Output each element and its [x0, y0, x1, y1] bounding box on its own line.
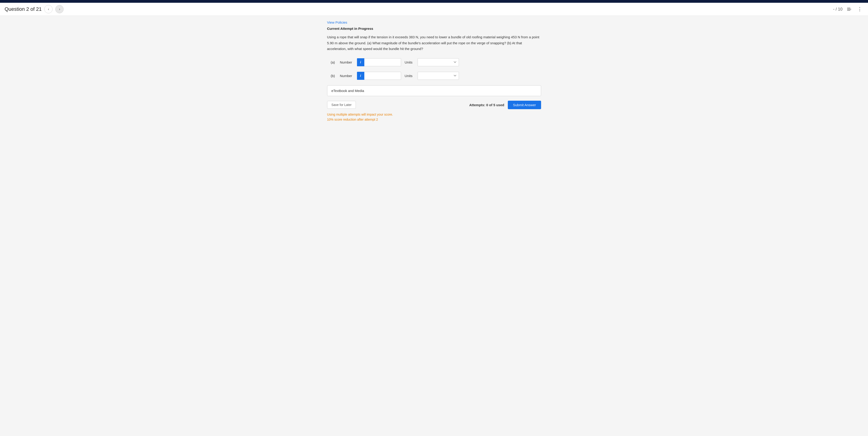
more-dots-icon: ⋮ [857, 6, 863, 12]
score-display: - / 10 [833, 7, 842, 12]
part-a-number-input[interactable] [364, 58, 401, 66]
next-button[interactable]: › [55, 5, 64, 13]
attempts-text: Attempts: 0 of 5 used [469, 103, 504, 107]
part-a-info-button[interactable]: i [357, 58, 364, 66]
question-title: Question 2 of 21 [5, 6, 41, 12]
part-a-units-label: Units [405, 60, 414, 64]
main-content: View Policies Current Attempt in Progres… [322, 16, 547, 127]
list-icon [847, 8, 852, 10]
list-icon-button[interactable] [846, 7, 852, 11]
actions-row: Save for Later Attempts: 0 of 5 used Sub… [327, 101, 541, 109]
submit-answer-button[interactable]: Submit Answer [508, 101, 541, 109]
prev-button[interactable]: ‹ [44, 5, 53, 13]
part-a-units-select[interactable]: m/s² m/s N kg [417, 58, 459, 66]
part-b-input-group: i [357, 72, 401, 80]
part-b-units-select[interactable]: m/s² m/s N kg [417, 72, 459, 80]
part-a-input-label: Number [340, 60, 353, 64]
etextbook-header[interactable]: eTextbook and Media [328, 86, 541, 96]
part-b-units-label: Units [405, 74, 414, 78]
warning-line-2: 10% score reduction after attempt 2 [327, 117, 541, 122]
part-b-row: (b) Number i Units m/s² m/s N kg [327, 72, 541, 80]
attempts-and-submit: Attempts: 0 of 5 used Submit Answer [469, 101, 541, 109]
attempt-status: Current Attempt in Progress [327, 27, 541, 31]
view-policies-link[interactable]: View Policies [327, 21, 347, 24]
part-b-info-button[interactable]: i [357, 72, 364, 80]
top-bar [0, 0, 868, 3]
header: Question 2 of 21 ‹ › - / 10 ⋮ [0, 3, 868, 16]
part-b-input-label: Number [340, 74, 353, 78]
part-b-label: (b) [331, 74, 336, 78]
question-text: Using a rope that will snap if the tensi… [327, 34, 541, 52]
save-for-later-button[interactable]: Save for Later [327, 101, 356, 109]
etextbook-section[interactable]: eTextbook and Media [327, 85, 541, 96]
part-a-row: (a) Number i Units m/s² m/s N kg [327, 58, 541, 66]
more-options-button[interactable]: ⋮ [856, 6, 863, 13]
warning-text: Using multiple attempts will impact your… [327, 112, 541, 122]
part-b-number-input[interactable] [364, 72, 401, 80]
header-left: Question 2 of 21 ‹ › [5, 5, 64, 13]
warning-line-1: Using multiple attempts will impact your… [327, 112, 541, 117]
part-a-input-group: i [357, 58, 401, 66]
header-right: - / 10 ⋮ [833, 6, 863, 13]
part-a-label: (a) [331, 60, 336, 64]
